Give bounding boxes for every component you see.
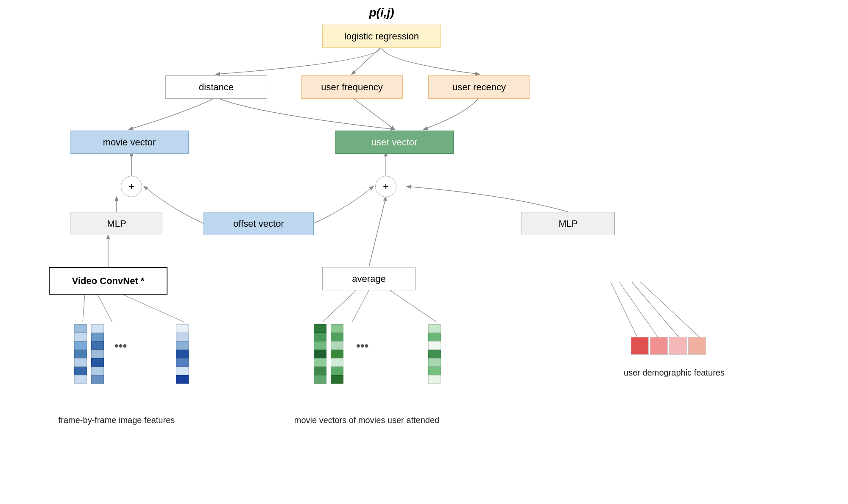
node-mlp-left: MLP bbox=[70, 212, 163, 235]
svg-line-9 bbox=[640, 282, 702, 339]
svg-line-5 bbox=[390, 290, 437, 322]
title-pij: p(i,j) bbox=[356, 6, 407, 19]
blue-feature-col-1 bbox=[74, 324, 87, 384]
svg-line-6 bbox=[611, 282, 638, 339]
blue-feature-col-2 bbox=[91, 324, 104, 384]
user-recency-label: user recency bbox=[452, 82, 506, 93]
mlp-left-label: MLP bbox=[107, 218, 126, 229]
user-demographic-label: user demographic features bbox=[611, 368, 738, 378]
node-mlp-right: MLP bbox=[522, 212, 615, 235]
offset-vector-label: offset vector bbox=[233, 218, 284, 229]
green-dots: ••• bbox=[356, 339, 368, 353]
video-convnet-label: Video ConvNet * bbox=[72, 276, 145, 287]
node-video-convnet: Video ConvNet * bbox=[49, 267, 167, 295]
svg-line-8 bbox=[632, 282, 681, 339]
blue-dots: ••• bbox=[114, 339, 127, 353]
node-user-vector: user vector bbox=[335, 131, 454, 154]
node-plus-left: + bbox=[121, 176, 142, 197]
node-distance: distance bbox=[165, 75, 267, 99]
node-movie-vector: movie vector bbox=[70, 131, 189, 154]
node-user-frequency: user frequency bbox=[301, 75, 403, 99]
svg-line-1 bbox=[98, 295, 112, 322]
frame-features-label: frame-by-frame image features bbox=[42, 415, 191, 425]
average-label: average bbox=[352, 273, 386, 284]
svg-line-2 bbox=[123, 295, 184, 322]
user-vector-label: user vector bbox=[371, 137, 418, 148]
svg-line-3 bbox=[322, 290, 356, 322]
svg-line-7 bbox=[619, 282, 659, 339]
node-plus-right: + bbox=[375, 176, 396, 197]
plus-left-label: + bbox=[128, 181, 134, 192]
green-feature-col-1 bbox=[314, 324, 326, 384]
connections-svg bbox=[0, 0, 848, 504]
movie-vectors-label: movie vectors of movies user attended bbox=[271, 415, 462, 425]
node-logistic-regression: logistic regression bbox=[322, 25, 441, 48]
logistic-regression-label: logistic regression bbox=[344, 31, 419, 42]
blue-feature-col-last bbox=[176, 324, 189, 384]
node-user-recency: user recency bbox=[428, 75, 530, 99]
user-demographic-tiles bbox=[631, 337, 706, 355]
node-offset-vector: offset vector bbox=[204, 212, 314, 235]
distance-label: distance bbox=[199, 82, 234, 93]
movie-vector-label: movie vector bbox=[103, 137, 156, 148]
mlp-right-label: MLP bbox=[558, 218, 577, 229]
svg-line-0 bbox=[83, 295, 85, 322]
node-average: average bbox=[322, 267, 416, 290]
green-feature-col-2 bbox=[331, 324, 343, 384]
green-feature-col-last bbox=[428, 324, 441, 384]
plus-right-label: + bbox=[383, 181, 389, 192]
user-frequency-label: user frequency bbox=[321, 82, 383, 93]
architecture-diagram: p(i,j) logistic regression distance user… bbox=[0, 0, 848, 504]
svg-line-4 bbox=[352, 290, 369, 322]
